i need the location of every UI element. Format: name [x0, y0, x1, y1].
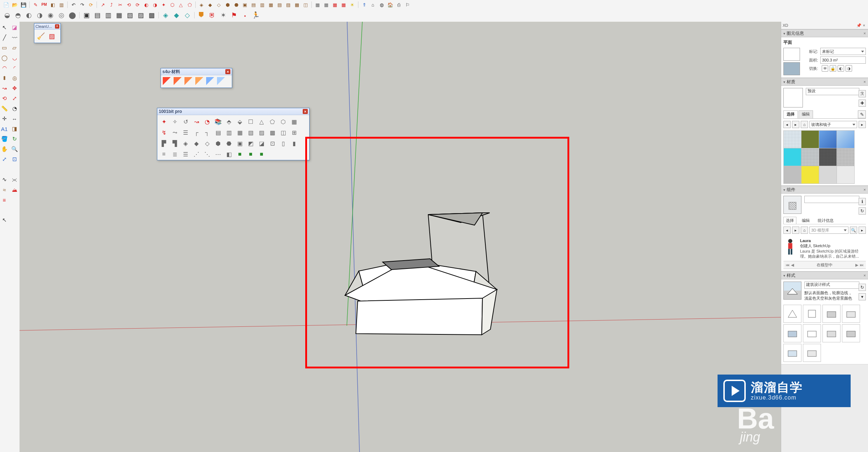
style-view-4[interactable] — [842, 305, 860, 323]
materials-tab-edit[interactable]: 编辑 — [799, 110, 813, 118]
bit-r2c7[interactable]: ▥ — [223, 127, 235, 138]
box7-icon[interactable]: ▩ — [146, 10, 157, 20]
bit-r4c2[interactable]: ≣ — [169, 148, 180, 160]
text-icon[interactable]: A1 — [0, 124, 9, 133]
s4u-materials-panel[interactable]: s4u-材料 × — [161, 68, 232, 88]
box4-icon[interactable]: ▦ — [114, 10, 124, 20]
box5-icon[interactable]: ▧ — [125, 10, 135, 20]
bit-r1c12[interactable]: ⬡ — [277, 116, 289, 127]
cleanup-broom-icon[interactable]: 🧹 — [36, 31, 46, 41]
style-menu-icon[interactable]: ▾ — [859, 293, 866, 300]
pencil-icon[interactable]: ✎ — [31, 1, 39, 9]
offset-icon[interactable]: ◎ — [10, 74, 19, 83]
bit-r1c10[interactable]: △ — [256, 116, 267, 127]
box1-icon[interactable]: ▣ — [81, 10, 92, 20]
bit-r2c10[interactable]: ▨ — [256, 127, 267, 138]
bit-r3c1[interactable]: ▛ — [158, 138, 170, 149]
style-view-7[interactable] — [822, 324, 841, 342]
bit-r3c5[interactable]: ◇ — [201, 138, 213, 149]
mat-sky-reflect[interactable] — [837, 130, 855, 148]
component-item[interactable]: Laura 创建人 SketchUp Laura 是 SketchUp 的区域漫… — [783, 236, 866, 261]
style-view-10[interactable] — [803, 344, 821, 362]
s4u-back-icon[interactable] — [183, 76, 193, 86]
mat-stripes[interactable] — [801, 148, 819, 166]
style-view-1[interactable] — [783, 305, 801, 323]
tool-a-icon[interactable]: ↗ — [99, 1, 107, 9]
style-view-3[interactable] — [822, 305, 841, 323]
rotate-icon[interactable]: ⟲ — [0, 94, 9, 103]
bit-r1c7[interactable]: ⬘ — [223, 116, 235, 127]
vray-b-icon[interactable]: ◓ — [13, 10, 23, 20]
component-refresh-icon[interactable]: ↻ — [859, 207, 866, 215]
style-view-8[interactable] — [842, 324, 860, 342]
poly-i-icon[interactable]: ▦ — [267, 1, 275, 9]
create-material-icon[interactable]: ✚ — [859, 100, 866, 107]
poly-l-icon[interactable]: ▩ — [293, 1, 301, 9]
flag2-icon[interactable]: ⚑ — [229, 10, 239, 20]
roof-icon[interactable]: ⛰ — [10, 185, 19, 194]
paint-icon[interactable]: 🪣 — [0, 135, 9, 143]
cube-icon[interactable]: ◧ — [49, 1, 57, 9]
bit-r2c2[interactable]: ⤳ — [169, 127, 180, 138]
bit-r3c6[interactable]: ⬢ — [212, 138, 224, 149]
cleanup-panel[interactable]: CleanU... × 🧹▨ — [34, 23, 61, 43]
nav-next-icon[interactable]: ▶ — [855, 263, 858, 267]
bit-r2c12[interactable]: ◫ — [277, 127, 289, 138]
component-info-icon[interactable]: ℹ — [859, 198, 866, 205]
pm-icon[interactable]: PM — [40, 1, 48, 9]
vray-a-icon[interactable]: ◒ — [2, 10, 12, 20]
bit-r2c11[interactable]: ▩ — [267, 127, 278, 138]
close-icon[interactable]: × — [864, 187, 866, 192]
poly-c-icon[interactable]: ◇ — [215, 1, 223, 9]
bit-r3c10[interactable]: ◪ — [256, 138, 267, 149]
followme-icon[interactable]: ↝ — [0, 84, 9, 93]
vray-d-icon[interactable]: ◑ — [35, 10, 45, 20]
shield1-icon[interactable]: ⛊ — [196, 10, 207, 20]
bit-r1c5[interactable]: ◔ — [201, 116, 213, 127]
sectionplane-icon[interactable]: ◨ — [10, 124, 19, 133]
bit-r1c6[interactable]: 📚 — [212, 116, 224, 127]
bit-r3c2[interactable]: ▜ — [169, 138, 180, 149]
bit-r3c12[interactable]: ▯ — [277, 138, 289, 149]
gem1-icon[interactable]: ◈ — [161, 10, 171, 20]
move-icon[interactable]: ✥ — [10, 84, 19, 93]
fence-icon[interactable]: ≡ — [0, 195, 9, 204]
line-icon[interactable]: ╱ — [0, 33, 9, 42]
arc2-icon[interactable]: ◠ — [0, 64, 9, 72]
poly-a-icon[interactable]: ◈ — [197, 1, 205, 9]
bit-r2c6[interactable]: ▤ — [212, 127, 224, 138]
arc-icon[interactable]: ◡ — [10, 54, 19, 62]
bit-r1c11[interactable]: ⬠ — [267, 116, 278, 127]
tool-k-icon[interactable]: ⬠ — [186, 1, 193, 9]
refresh-icon[interactable]: ⟳ — [87, 1, 95, 9]
box3-icon[interactable]: ▥ — [103, 10, 113, 20]
bit-r2c3[interactable]: ☰ — [180, 127, 191, 138]
cleanup-titlebar[interactable]: CleanU... × — [34, 24, 60, 30]
orbit-icon[interactable]: ↻ — [10, 135, 19, 143]
sun-icon[interactable]: ☀ — [348, 1, 356, 9]
mat-noise[interactable] — [837, 148, 855, 166]
components-tab-edit[interactable]: 编辑 — [799, 217, 812, 224]
style-update-icon[interactable]: ↻ — [859, 284, 866, 291]
curve-icon[interactable]: ∿ — [0, 175, 9, 184]
bit-r1c8[interactable]: ⬙ — [234, 116, 246, 127]
run-icon[interactable]: 🏃 — [251, 10, 261, 20]
s4u-line-icon[interactable] — [194, 76, 204, 86]
shield2-icon[interactable]: ⛨ — [207, 10, 217, 20]
bit-r3c9[interactable]: ◩ — [245, 138, 256, 149]
mat-yellow[interactable] — [801, 166, 819, 184]
tag-select[interactable]: 未标记 — [820, 48, 866, 55]
north-icon[interactable]: ⇑ — [360, 1, 368, 9]
s4u-remove-icon[interactable] — [216, 76, 226, 86]
arrow-select-icon[interactable]: ↖ — [0, 23, 9, 32]
components-header[interactable]: ▾ 组件 × — [781, 186, 868, 194]
s4u-titlebar[interactable]: s4u-材料 × — [161, 68, 232, 75]
style-thumb[interactable] — [783, 282, 801, 300]
mat-gray[interactable] — [783, 166, 801, 184]
gem2-icon[interactable]: ◆ — [171, 10, 182, 20]
grid-b-icon[interactable]: ▦ — [322, 1, 330, 9]
undo-icon[interactable]: ↶ — [69, 1, 77, 9]
bit-r1c4[interactable]: ↝ — [191, 116, 202, 127]
bit-r2c1[interactable]: ↯ — [158, 127, 170, 138]
materials-header[interactable]: ▾ 材质 × — [781, 78, 868, 86]
